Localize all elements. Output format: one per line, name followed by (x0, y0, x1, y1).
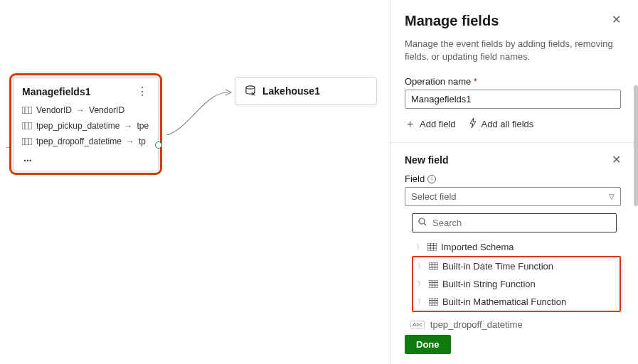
add-field-label: Add field (420, 119, 456, 129)
schema-builtin-group: 〉 Built-in Date Time Function 〉 Built-in… (412, 256, 621, 312)
field-from: VendorID (36, 105, 72, 115)
node-menu-icon[interactable]: ⋮ (135, 85, 149, 98)
field-label: Field (405, 173, 425, 184)
svg-point-9 (246, 86, 255, 89)
panel-description: Manage the event fields by adding fields… (405, 38, 621, 63)
schema-item-datetime[interactable]: 〉 Built-in Date Time Function (413, 257, 620, 275)
table-icon (429, 262, 438, 270)
existing-field-row: Abc tpep_dropoff_datetime (405, 315, 621, 334)
svg-rect-27 (429, 298, 438, 306)
svg-rect-3 (22, 122, 32, 129)
connector-line (159, 85, 240, 135)
node-title: Lakehouse1 (262, 85, 320, 97)
chevron-right-icon: 〉 (418, 279, 425, 289)
search-input[interactable] (432, 218, 610, 228)
schema-item-label: Imported Schema (441, 242, 514, 252)
scrollbar-thumb[interactable] (634, 85, 638, 206)
field-from: tpep_pickup_datetime (36, 121, 119, 131)
field-to: VendorID (89, 105, 124, 115)
svg-rect-12 (427, 243, 437, 251)
done-button[interactable]: Done (405, 335, 451, 354)
svg-point-10 (419, 218, 425, 224)
svg-rect-22 (429, 280, 438, 288)
panel-title: Manage fields (405, 13, 499, 29)
plus-icon: ＋ (405, 117, 415, 131)
column-icon (22, 107, 32, 114)
arrow-icon: → (124, 121, 132, 131)
manage-fields-panel: Manage fields ✕ Manage the event fields … (390, 0, 638, 364)
field-select[interactable]: Select field ▽ (405, 187, 621, 206)
table-icon (427, 243, 437, 251)
new-field-title: New field (405, 154, 448, 166)
svg-line-11 (424, 223, 426, 225)
lakehouse-node[interactable]: Lakehouse1 (235, 77, 377, 105)
existing-field-name: tpep_dropoff_datetime (430, 319, 523, 330)
canvas-area[interactable]: → Managefields1 ⋮ VendorID → VendorID tp… (0, 0, 390, 364)
schema-item-imported[interactable]: 〉 Imported Schema (412, 238, 621, 256)
select-placeholder: Select field (411, 191, 457, 202)
svg-rect-0 (22, 107, 32, 114)
schema-item-math[interactable]: 〉 Built-in Mathematical Function (413, 293, 620, 311)
svg-rect-17 (429, 262, 438, 270)
field-from: tpep_dropoff_datetime (36, 136, 122, 146)
input-port-icon: → (4, 141, 14, 153)
schema-item-label: Built-in Mathematical Function (442, 296, 566, 307)
svg-rect-6 (22, 138, 32, 145)
operation-name-input[interactable] (405, 90, 621, 109)
table-icon (429, 298, 438, 306)
bolt-icon (469, 118, 477, 130)
chevron-right-icon: 〉 (416, 242, 423, 252)
info-icon[interactable]: i (427, 175, 436, 183)
close-icon[interactable]: ✕ (612, 13, 621, 26)
schema-item-label: Built-in String Function (442, 279, 536, 289)
divider (390, 142, 638, 143)
table-icon (429, 280, 438, 288)
field-mapping-row: tpep_dropoff_datetime → tp (22, 136, 149, 146)
arrow-icon: → (76, 105, 85, 115)
more-fields-indicator[interactable]: ... (22, 152, 149, 164)
column-icon (22, 138, 32, 145)
field-to: tpe (137, 121, 149, 131)
node-title: Managefields1 (22, 86, 90, 97)
field-to: tp (139, 136, 146, 146)
field-mapping-row: VendorID → VendorID (22, 105, 149, 115)
field-mapping-row: tpep_pickup_datetime → tpe (22, 121, 149, 131)
managefields-node[interactable]: → Managefields1 ⋮ VendorID → VendorID tp… (13, 77, 159, 171)
column-icon (22, 122, 32, 129)
add-field-button[interactable]: ＋ Add field (405, 117, 456, 131)
schema-list: 〉 Imported Schema 〉 Built-in Date Time F… (412, 238, 621, 312)
search-icon (418, 218, 427, 228)
chevron-down-icon: ▽ (609, 193, 615, 200)
close-section-icon[interactable]: ✕ (612, 153, 621, 166)
chevron-right-icon: 〉 (418, 297, 425, 307)
search-box[interactable] (412, 213, 617, 232)
operation-name-label: Operation name * (405, 76, 621, 87)
add-all-fields-label: Add all fields (482, 119, 534, 129)
schema-item-string[interactable]: 〉 Built-in String Function (413, 275, 620, 293)
arrow-icon: → (126, 136, 134, 146)
string-type-icon: Abc (410, 321, 425, 328)
chevron-right-icon: 〉 (418, 262, 425, 272)
output-port[interactable] (155, 141, 162, 149)
add-all-fields-button[interactable]: Add all fields (469, 117, 534, 131)
schema-item-label: Built-in Date Time Function (442, 261, 553, 272)
lakehouse-icon (244, 85, 257, 97)
